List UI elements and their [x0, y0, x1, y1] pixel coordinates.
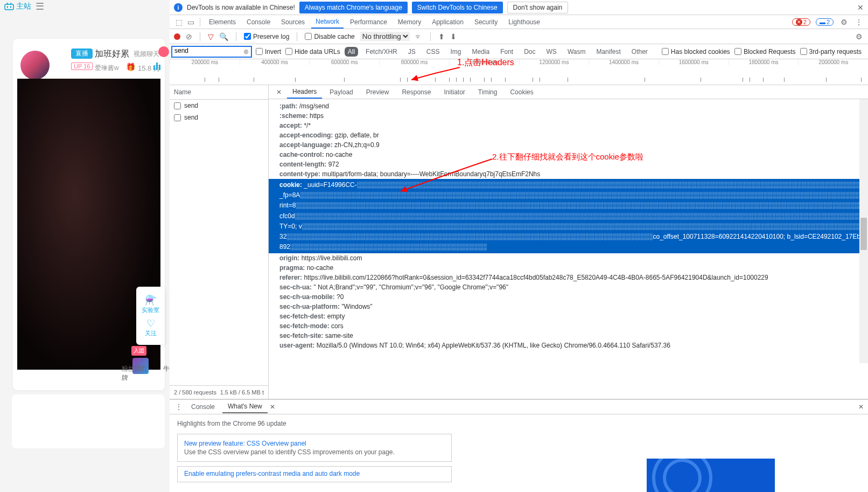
filter-other[interactable]: Other [628, 47, 651, 57]
settings-gear-icon[interactable]: ⚙ [854, 32, 864, 41]
name-column-header[interactable]: Name [170, 85, 268, 100]
tab-cookies[interactable]: Cookies [505, 86, 538, 98]
video-chat-link[interactable]: 视频聊天 [134, 50, 159, 59]
filter-row: ⊗ Invert Hide data URLs All Fetch/XHR JS… [170, 44, 868, 59]
streamer-avatar[interactable] [20, 51, 50, 80]
filter-icon[interactable]: ▽ [208, 32, 214, 41]
filter-media[interactable]: Media [468, 47, 493, 57]
header-cookie-highlighted[interactable]: cookie: _uuid=F14996CC-░░░░░░░░░░░░░░░░░… [269, 179, 868, 253]
tab-memory[interactable]: Memory [394, 16, 425, 28]
cow-tab[interactable]: 牛 [163, 364, 170, 383]
hamburger-icon[interactable]: ☰ [36, 1, 44, 12]
bottom-tabs: 粉丝团灯牌 牛 [122, 364, 170, 383]
stream-title[interactable]: 加班好累 [95, 48, 129, 60]
whats-new-card-1[interactable]: New preview feature: CSS Overview panel … [177, 434, 452, 462]
close-detail-icon[interactable]: ✕ [273, 88, 285, 96]
info-icon: i [174, 3, 183, 12]
tab-elements[interactable]: Elements [205, 16, 240, 28]
settings-icon[interactable]: ⚙ [839, 18, 849, 26]
third-party-checkbox[interactable]: 3rd-party requests [800, 48, 862, 56]
filter-font[interactable]: Font [497, 47, 516, 57]
tab-initiator[interactable]: Initiator [438, 86, 470, 98]
timeline-tick: 600000 ms [309, 59, 379, 65]
preserve-log-checkbox[interactable]: Preserve log [244, 33, 289, 40]
filter-img[interactable]: Img [447, 47, 464, 57]
error-count-badge[interactable]: ✕2 [792, 18, 810, 26]
tab-payload[interactable]: Payload [324, 86, 358, 98]
close-drawer-icon[interactable]: ✕ [858, 403, 864, 411]
filter-manifest[interactable]: Manifest [593, 47, 624, 57]
scrollbar-thumb[interactable] [860, 218, 867, 250]
filter-input[interactable] [174, 47, 239, 54]
clear-filter-icon[interactable]: ⊗ [243, 48, 249, 56]
filter-fetch-xhr[interactable]: Fetch/XHR [362, 47, 401, 57]
device-icon[interactable]: ▭ [186, 18, 195, 26]
network-toolbar: ⊘ ▽ 🔍 Preserve log Disable cache No thro… [170, 29, 868, 44]
header-sec-fetch-mode: sec-fetch-mode: cors [269, 321, 868, 331]
header-sec-ch-ua: sec-ch-ua: " Not A;Brand";v="99", "Chrom… [269, 282, 868, 292]
throttling-select[interactable]: No throttling [360, 32, 410, 41]
header-origin: origin: https://live.bilibili.com [269, 253, 868, 263]
gift-icon[interactable]: 🎁 [126, 63, 135, 71]
blocked-requests-checkbox[interactable]: Blocked Requests [734, 48, 796, 56]
streamer-name[interactable]: 爱琳酱w [95, 64, 119, 73]
request-checkbox[interactable] [174, 102, 181, 109]
close-drawer-tab-icon[interactable]: ✕ [270, 403, 275, 411]
headers-content[interactable]: 2.往下翻仔细找就会看到这个cookie参数啦 :path: /msg/send… [269, 99, 868, 399]
inspect-icon[interactable]: ⬚ [174, 18, 184, 26]
follow-button[interactable]: ♡关注 [142, 317, 159, 337]
close-notice-icon[interactable]: ✕ [857, 3, 864, 12]
prefers-contrast-link[interactable]: Enable emulating prefers-contrast media … [184, 470, 445, 477]
search-icon[interactable]: 🔍 [219, 32, 228, 41]
waterfall-timeline[interactable]: 200000 ms400000 ms600000 ms800000 ms1000… [170, 59, 868, 85]
drawer-console-tab[interactable]: Console [186, 401, 220, 413]
scrollbar[interactable] [859, 99, 868, 363]
dont-show-button[interactable]: Don't show again [507, 2, 569, 13]
filter-js[interactable]: JS [405, 47, 419, 57]
more-icon[interactable]: ⋮ [854, 18, 864, 26]
drawer-whatsnew-tab[interactable]: What's New [222, 400, 268, 413]
invert-checkbox[interactable]: Invert [256, 48, 281, 56]
upload-icon[interactable]: ⬆ [438, 32, 445, 41]
switch-chinese-button[interactable]: Switch DevTools to Chinese [412, 2, 503, 13]
request-checkbox[interactable] [174, 114, 181, 121]
filter-all[interactable]: All [345, 47, 358, 57]
main-tabs: ⬚ ▭ Elements Console Sources Network Per… [170, 15, 868, 29]
filter-css[interactable]: CSS [423, 47, 443, 57]
request-row[interactable]: send [170, 112, 268, 123]
filter-ws[interactable]: WS [543, 47, 560, 57]
tab-security[interactable]: Security [470, 16, 502, 28]
issue-count-badge[interactable]: ▬2 [816, 18, 834, 26]
tab-console[interactable]: Console [242, 16, 275, 28]
drawer-more-icon[interactable]: ⋮ [174, 403, 184, 411]
lab-button[interactable]: ⚗️实验室 [142, 294, 159, 314]
svg-rect-1 [7, 6, 8, 8]
tab-timing[interactable]: Timing [473, 86, 503, 98]
filter-doc[interactable]: Doc [521, 47, 538, 57]
match-language-button[interactable]: Always match Chrome's language [299, 2, 408, 13]
logo-text: 主站 [16, 2, 31, 11]
tab-response[interactable]: Response [396, 86, 436, 98]
join-badge[interactable]: 入团 [131, 346, 146, 356]
tab-performance[interactable]: Performance [346, 16, 391, 28]
clear-icon[interactable]: ⊘ [186, 32, 192, 41]
bilibili-logo[interactable]: 主站 [4, 2, 31, 11]
download-icon[interactable]: ⬇ [450, 32, 457, 41]
tab-sources[interactable]: Sources [277, 16, 309, 28]
whats-new-card-2[interactable]: Enable emulating prefers-contrast media … [177, 466, 452, 482]
fan-badge-tab[interactable]: 粉丝团灯牌 [122, 364, 149, 383]
tab-network[interactable]: Network [311, 16, 344, 29]
wifi-icon[interactable]: ᯤ [415, 32, 423, 41]
tab-headers[interactable]: Headers [287, 86, 322, 99]
tab-lighthouse[interactable]: Lighthouse [504, 16, 544, 28]
hide-data-urls-checkbox[interactable]: Hide data URLs [285, 48, 340, 56]
blocked-cookies-checkbox[interactable]: Has blocked cookies [662, 48, 730, 56]
tab-application[interactable]: Application [428, 16, 468, 28]
record-icon[interactable] [174, 33, 180, 40]
request-row[interactable]: send [170, 100, 268, 112]
bilibili-sidebar: 主站 ☰ 直播 加班好累 视频聊天 UP 16 爱琳酱w 🎁 15.8 万 ⚗️… [0, 0, 170, 492]
filter-wasm[interactable]: Wasm [564, 47, 589, 57]
disable-cache-checkbox[interactable]: Disable cache [305, 33, 354, 40]
tab-preview[interactable]: Preview [361, 86, 395, 98]
css-overview-link[interactable]: New preview feature: CSS Overview panel [184, 440, 445, 447]
